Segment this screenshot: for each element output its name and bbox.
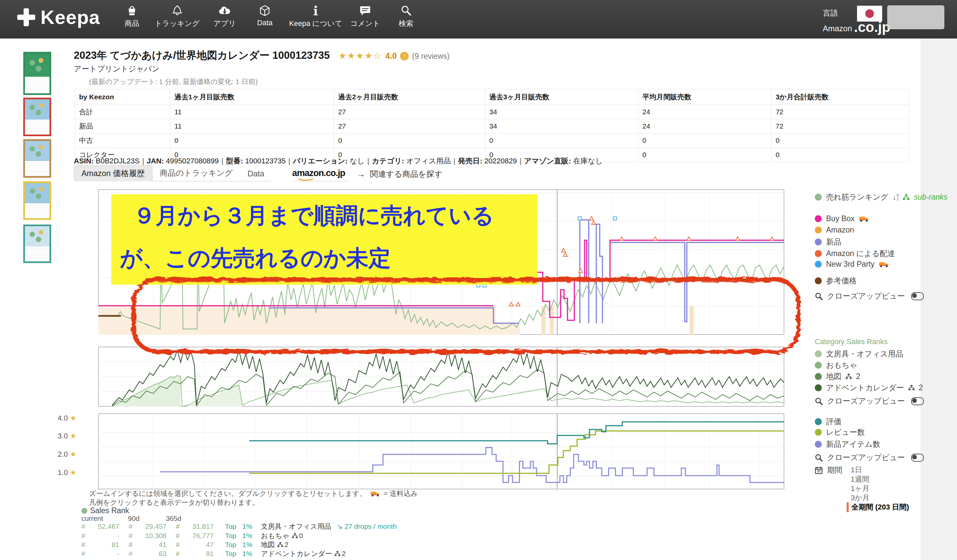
legend-review-count[interactable]: レビュー数 <box>815 427 865 437</box>
legend-cat-maps[interactable]: 地図 2 <box>815 371 860 382</box>
amazon-smile-icon <box>296 174 315 181</box>
top-navbar: Keepa 商品 トラッキング アプリ Data Keepa について コメント… <box>0 0 957 38</box>
magnifier-icon <box>815 454 823 462</box>
tree-icon <box>846 374 852 379</box>
toggle-icon[interactable] <box>911 397 924 405</box>
meta-value: 4995027080899 <box>166 157 219 165</box>
meta-value: なし <box>349 157 365 165</box>
closeup-toggle-category[interactable]: クローズアップビュー <box>815 396 924 406</box>
col-90d: 90d <box>128 514 140 522</box>
nav-comments[interactable]: コメント <box>350 5 380 28</box>
magnifier-icon <box>815 397 823 405</box>
product-title-text: 2023年 てづかあけみ/世界地図カレンダー 1000123735 <box>74 49 330 61</box>
meta-value: B0B2DJL23S <box>96 157 140 165</box>
legend-new[interactable]: 新品 <box>815 237 842 247</box>
amazon-link[interactable]: amazon.co.jp <box>292 167 348 181</box>
nav-tracking-label: トラッキング <box>155 19 199 28</box>
calendar-february[interactable] <box>23 98 51 136</box>
tab-product-tracking[interactable]: 商品のトラッキング <box>153 165 240 181</box>
legend-hint-note: 凡例をクリックすると表示データが切り替わります。 <box>89 498 259 507</box>
meta-label: JAN: <box>147 157 166 165</box>
rating-value: 4.0 <box>385 51 397 60</box>
closeup-toggle-rating[interactable]: クローズアップビュー <box>815 453 924 463</box>
subranks-tree-icon <box>903 194 910 200</box>
header-placeholder-block <box>887 5 944 29</box>
period-all[interactable]: 全期間 (203 日間) <box>847 502 909 512</box>
closeup-toggle-price[interactable]: クローズアップビュー <box>815 291 924 301</box>
subranks-link[interactable]: sub-ranks <box>914 192 948 202</box>
rating-stars: ★★★★☆ <box>338 51 382 61</box>
nav-search[interactable]: 検索 <box>399 5 413 28</box>
meta-label: ASIN: <box>74 157 96 165</box>
period-3month[interactable]: 3か月 <box>851 493 870 503</box>
col-3month-total: 3か月合計販売数 <box>772 89 910 105</box>
amazon-domain-selector[interactable]: .co.jp <box>854 19 891 35</box>
tab-price-history[interactable]: Amazon 価格履歴 <box>74 165 153 181</box>
legend-new-3rd-party[interactable]: New 3rd Party <box>815 260 889 269</box>
legend-fba[interactable]: Amazon による配達 <box>815 248 895 259</box>
nav-data[interactable]: Data <box>257 5 273 27</box>
calendar-cover[interactable] <box>23 52 51 95</box>
legend-cat-office[interactable]: 文房具・オフィス用品 <box>815 349 903 359</box>
sales-rank-stats-title: Sales Rank <box>81 506 129 515</box>
related-products-link[interactable]: 関連する商品を探す <box>370 169 442 179</box>
language-label: 言語 <box>823 8 838 18</box>
sales-rank-stat-row: #81#41#47Top1%地図2 <box>81 540 289 549</box>
table-row: 新品1127342472 <box>75 119 910 134</box>
arrow-right: → <box>356 169 365 179</box>
meta-value: 20220829 <box>485 157 517 165</box>
magnifier-icon <box>815 292 823 300</box>
period-1week[interactable]: 1週間 <box>851 474 869 484</box>
legend-rating[interactable]: 評価 <box>815 416 842 427</box>
tree-icon <box>908 385 914 391</box>
nav-about[interactable]: Keepa について <box>289 5 342 28</box>
legend-amazon[interactable]: Amazon <box>815 226 854 235</box>
toggle-icon[interactable] <box>911 292 924 300</box>
brand-link[interactable]: アートプリントジャパン <box>74 64 160 74</box>
table-row: 中古00000 <box>75 134 910 148</box>
axis-label: 1.0 ★ <box>27 469 76 477</box>
tree-icon: 2 <box>278 541 289 549</box>
category-ranks-title: Category Sales Ranks <box>815 338 888 346</box>
period-1month[interactable]: 1ヶ月 <box>851 484 870 494</box>
sort-icon[interactable]: ↓91 <box>892 193 899 202</box>
calendar-icon <box>815 466 823 474</box>
legend-new-offer-count[interactable]: 新品アイテム数 <box>815 439 880 450</box>
chart-category-sales-ranks[interactable] <box>98 347 784 407</box>
sales-rank-dot <box>815 194 822 200</box>
keepa-logo[interactable]: Keepa <box>17 6 100 28</box>
drops-per-month: ↘ 27 drops / month <box>336 522 397 530</box>
chart-rating-review-offers[interactable] <box>98 413 784 489</box>
product-meta-line: ASIN: B0B2DJL23S|JAN: 4995027080899|型番: … <box>74 156 603 166</box>
cube-icon <box>259 5 271 17</box>
table-header-row: by Keezon 過去1ヶ月目販売数 過去2ヶ月目販売数 過去3ヶ月目販売数 … <box>75 89 910 105</box>
nav-apps[interactable]: アプリ <box>213 5 236 28</box>
nav-tracking[interactable]: トラッキング <box>155 5 199 28</box>
calendar-september[interactable] <box>23 139 51 178</box>
nav-search-label: 検索 <box>399 19 413 28</box>
meta-label: バリエーション: <box>293 157 350 165</box>
nav-comments-label: コメント <box>350 19 380 28</box>
legend-cat-advent[interactable]: アドベントカレンダー 2 <box>815 383 923 393</box>
tree-icon: 0 <box>292 532 303 540</box>
annotation-line1: ９月から３月まで順調に売れている <box>133 204 494 227</box>
legend-sales-rank[interactable]: 売れ筋ランキング ↓91 sub-ranks <box>815 192 948 202</box>
legend-list-price[interactable]: 参考価格 <box>815 276 857 286</box>
rating-trend-up-icon: ↑ <box>400 52 409 60</box>
truck-icon <box>859 216 869 222</box>
table-row: 合計1127342472 <box>75 105 910 119</box>
nav-products[interactable]: 商品 <box>125 5 139 28</box>
legend-cat-toys[interactable]: おもちゃ <box>815 360 858 370</box>
col-month1: 過去1ヶ月目販売数 <box>170 89 334 105</box>
toggle-icon[interactable] <box>911 454 924 462</box>
search-icon <box>400 5 412 17</box>
calendar-october[interactable] <box>23 181 51 220</box>
legend-buy-box[interactable]: Buy Box <box>815 214 869 223</box>
axis-label: 2.0 ★ <box>27 450 76 459</box>
calendar-december[interactable] <box>23 224 51 263</box>
tab-data[interactable]: Data <box>240 166 272 181</box>
bell-icon <box>171 5 183 17</box>
keezon-sales-table: by Keezon 過去1ヶ月目販売数 過去2ヶ月目販売数 過去3ヶ月目販売数 … <box>75 89 910 162</box>
review-count-link[interactable]: (9 reviews) <box>412 52 449 60</box>
period-1day[interactable]: 1日 <box>851 465 862 475</box>
